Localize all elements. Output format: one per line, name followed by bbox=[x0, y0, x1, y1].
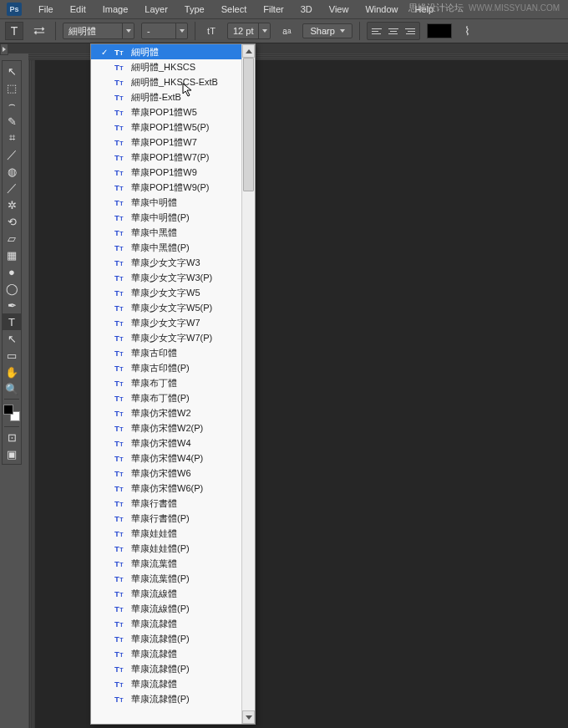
font-family-dropdown[interactable]: ✓TT細明體TT細明體_HKSCSTT細明體_HKSCS-ExtBTT細明體-E… bbox=[90, 43, 256, 725]
font-option[interactable]: TT華康古印體 bbox=[91, 345, 241, 360]
menu-filter[interactable]: Filter bbox=[255, 3, 292, 16]
tool-eraser[interactable]: ▱ bbox=[3, 230, 21, 247]
tool-quick-select[interactable]: ✎ bbox=[3, 113, 21, 130]
tool-quick-mask[interactable]: ▣ bbox=[3, 445, 21, 462]
font-option[interactable]: TT華康POP1體W5 bbox=[91, 104, 241, 120]
menu-file[interactable]: File bbox=[30, 3, 62, 16]
foreground-background-swatch[interactable] bbox=[3, 405, 20, 421]
menu-edit[interactable]: Edit bbox=[62, 3, 94, 16]
tool-zoom[interactable]: 🔍 bbox=[3, 380, 21, 397]
chevron-down-icon[interactable] bbox=[122, 23, 134, 38]
tool-marquee[interactable]: ⬚ bbox=[3, 79, 21, 96]
font-option[interactable]: ✓TT細明體 bbox=[91, 44, 241, 59]
font-option[interactable]: TT華康中黑體(P) bbox=[91, 240, 241, 255]
menu-view[interactable]: View bbox=[321, 3, 358, 16]
tool-brush[interactable]: ／ bbox=[3, 180, 21, 196]
font-option[interactable]: TT華康POP1體W5(P) bbox=[91, 120, 241, 135]
menu-image[interactable]: Image bbox=[94, 3, 137, 16]
tool-path-select[interactable]: ↖ bbox=[3, 330, 21, 347]
font-option[interactable]: TT細明體_HKSCS bbox=[91, 59, 241, 74]
tool-dodge[interactable]: ◯ bbox=[3, 280, 21, 297]
font-option[interactable]: TT華康仿宋體W6(P) bbox=[91, 481, 241, 496]
font-option[interactable]: TT華康流隸體 bbox=[91, 646, 241, 661]
menu-3d[interactable]: 3D bbox=[292, 3, 321, 16]
font-option[interactable]: TT華康少女文字W5(P) bbox=[91, 300, 241, 315]
panel-toggle-button[interactable] bbox=[0, 43, 8, 55]
chevron-down-icon[interactable] bbox=[175, 23, 187, 38]
font-option[interactable]: TT華康少女文字W7 bbox=[91, 315, 241, 330]
scroll-up-button[interactable] bbox=[242, 44, 255, 58]
font-family-combo[interactable]: 細明體 bbox=[63, 23, 134, 39]
font-option[interactable]: TT華康POP1體W9(P) bbox=[91, 180, 241, 195]
font-size-combo[interactable]: 12 pt bbox=[227, 23, 271, 39]
font-style-combo[interactable]: - bbox=[141, 23, 188, 39]
tool-blur[interactable]: ● bbox=[3, 263, 21, 280]
tool-type[interactable]: T bbox=[3, 313, 21, 330]
menu-select[interactable]: Select bbox=[213, 3, 256, 16]
font-option[interactable]: TT華康POP1體W7 bbox=[91, 135, 241, 150]
font-option[interactable]: TT華康流隸體(P) bbox=[91, 661, 241, 676]
font-option[interactable]: TT華康少女文字W7(P) bbox=[91, 330, 241, 345]
tool-history-brush[interactable]: ⟲ bbox=[3, 213, 21, 230]
tool-eyedropper[interactable]: ／ bbox=[3, 146, 21, 163]
menu-window[interactable]: Window bbox=[357, 3, 406, 16]
tool-lasso[interactable]: ⌢ bbox=[3, 96, 21, 113]
scroll-down-button[interactable] bbox=[242, 710, 255, 724]
font-option[interactable]: TT華康中明體(P) bbox=[91, 210, 241, 225]
scrollbar[interactable] bbox=[241, 44, 255, 724]
anti-alias-combo[interactable]: Sharp bbox=[302, 23, 352, 38]
text-color-swatch[interactable] bbox=[427, 23, 452, 38]
font-option[interactable]: TT華康少女文字W3(P) bbox=[91, 270, 241, 285]
foreground-color[interactable] bbox=[3, 405, 13, 415]
scroll-thumb[interactable] bbox=[243, 58, 254, 191]
font-option[interactable]: TT華康少女文字W5 bbox=[91, 285, 241, 300]
font-option[interactable]: TT華康流葉體(P) bbox=[91, 571, 241, 586]
font-option[interactable]: TT華康布丁體 bbox=[91, 375, 241, 390]
align-center-button[interactable] bbox=[386, 24, 401, 38]
menu-type[interactable]: Type bbox=[176, 3, 213, 16]
tool-clone[interactable]: ✲ bbox=[3, 196, 21, 213]
font-option[interactable]: TT華康流隸體 bbox=[91, 616, 241, 631]
text-orientation-toggle[interactable]: ⮂ bbox=[30, 22, 48, 40]
font-option[interactable]: TT華康POP1體W7(P) bbox=[91, 150, 241, 165]
font-option[interactable]: TT華康布丁體(P) bbox=[91, 390, 241, 405]
font-option[interactable]: TT華康行書體(P) bbox=[91, 511, 241, 526]
font-option[interactable]: TT華康娃娃體(P) bbox=[91, 541, 241, 556]
font-option[interactable]: TT華康仿宋體W2(P) bbox=[91, 420, 241, 435]
tool-pen[interactable]: ✒ bbox=[3, 297, 21, 313]
font-option[interactable]: TT華康仿宋體W4 bbox=[91, 435, 241, 451]
font-option[interactable]: TT華康流葉體 bbox=[91, 556, 241, 571]
font-option[interactable]: TT華康流線體 bbox=[91, 586, 241, 601]
svg-text:T: T bbox=[114, 288, 119, 298]
menu-layer[interactable]: Layer bbox=[136, 3, 176, 16]
font-option[interactable]: TT華康流隸體(P) bbox=[91, 631, 241, 646]
tool-hand[interactable]: ✋ bbox=[3, 364, 21, 380]
tool-healing[interactable]: ◍ bbox=[3, 163, 21, 180]
font-option[interactable]: TT華康流線體(P) bbox=[91, 601, 241, 616]
font-option[interactable]: TT華康少女文字W3 bbox=[91, 255, 241, 270]
font-option[interactable]: TT華康流隸體 bbox=[91, 676, 241, 691]
font-option[interactable]: TT華康中明體 bbox=[91, 195, 241, 210]
font-option[interactable]: TT華康中黑體 bbox=[91, 225, 241, 240]
font-option[interactable]: TT細明體_HKSCS-ExtB bbox=[91, 74, 241, 89]
warp-text-button[interactable]: ⌇ bbox=[459, 22, 477, 40]
font-option[interactable]: TT華康娃娃體 bbox=[91, 526, 241, 541]
tool-gradient[interactable]: ▦ bbox=[3, 247, 21, 263]
tool-crop[interactable]: ⌗ bbox=[3, 130, 21, 146]
font-option[interactable]: TT華康古印體(P) bbox=[91, 360, 241, 375]
font-option[interactable]: TT華康仿宋體W6 bbox=[91, 466, 241, 481]
font-option[interactable]: TT華康仿宋體W4(P) bbox=[91, 451, 241, 466]
truetype-icon: TT bbox=[114, 588, 126, 599]
font-list[interactable]: ✓TT細明體TT細明體_HKSCSTT細明體_HKSCS-ExtBTT細明體-E… bbox=[91, 44, 241, 724]
font-option[interactable]: TT細明體-ExtB bbox=[91, 89, 241, 104]
font-option[interactable]: TT華康流隸體(P) bbox=[91, 691, 241, 706]
tool-rectangle[interactable]: ▭ bbox=[3, 347, 21, 364]
font-option[interactable]: TT華康仿宋體W2 bbox=[91, 405, 241, 420]
align-right-button[interactable] bbox=[403, 24, 418, 38]
tool-move[interactable]: ↖ bbox=[3, 63, 21, 79]
font-option[interactable]: TT華康行書體 bbox=[91, 496, 241, 511]
font-option[interactable]: TT華康POP1體W9 bbox=[91, 165, 241, 180]
chevron-down-icon[interactable] bbox=[258, 23, 270, 38]
align-left-button[interactable] bbox=[369, 24, 384, 38]
tool-edit-toolbar[interactable]: ⊡ bbox=[3, 429, 21, 445]
